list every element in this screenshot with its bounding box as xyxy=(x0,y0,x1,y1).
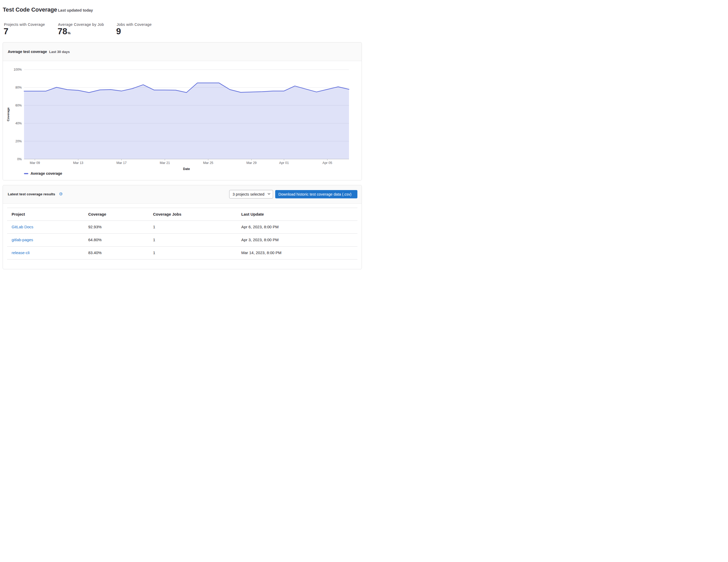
svg-text:40%: 40% xyxy=(15,121,22,125)
svg-text:Jobs with Coverage: Jobs with Coverage xyxy=(117,22,152,27)
svg-text:Apr 01: Apr 01 xyxy=(279,161,289,165)
svg-text:1: 1 xyxy=(153,250,155,255)
svg-text:80%: 80% xyxy=(15,86,22,89)
svg-text:Test Code Coverage: Test Code Coverage xyxy=(3,7,57,13)
svg-text:Project: Project xyxy=(12,212,25,216)
svg-text:3 projects selected: 3 projects selected xyxy=(233,192,264,196)
svg-text:64.80%: 64.80% xyxy=(88,237,102,242)
svg-text:60%: 60% xyxy=(15,104,22,107)
svg-text:Apr 3, 2023, 8:00 PM: Apr 3, 2023, 8:00 PM xyxy=(241,237,279,242)
svg-text:Mar 21: Mar 21 xyxy=(160,161,170,165)
svg-text:Mar 25: Mar 25 xyxy=(203,161,213,165)
svg-text:Last Update: Last Update xyxy=(241,212,264,216)
svg-text:GitLab Docs: GitLab Docs xyxy=(12,224,33,229)
svg-text:Latest test coverage results: Latest test coverage results xyxy=(8,192,55,196)
svg-text:0%: 0% xyxy=(17,157,22,161)
svg-text:?: ? xyxy=(60,193,61,195)
svg-text:Mar 09: Mar 09 xyxy=(30,161,40,165)
svg-text:Date: Date xyxy=(183,167,190,171)
svg-text:Coverage: Coverage xyxy=(7,107,10,121)
svg-text:Average test coverage: Average test coverage xyxy=(8,50,47,54)
svg-text:83.40%: 83.40% xyxy=(88,250,102,255)
svg-text:Download historic test coverag: Download historic test coverage data (.c… xyxy=(278,192,351,196)
svg-text:Mar 14, 2023, 8:00 PM: Mar 14, 2023, 8:00 PM xyxy=(241,250,282,255)
svg-text:Mar 13: Mar 13 xyxy=(73,161,83,165)
svg-text:100%: 100% xyxy=(14,68,22,71)
svg-text:1: 1 xyxy=(153,237,155,242)
svg-text:gitlab-pages: gitlab-pages xyxy=(12,237,33,242)
svg-text:92.93%: 92.93% xyxy=(88,224,102,229)
svg-text:Mar 17: Mar 17 xyxy=(116,161,127,165)
svg-text:Last updated today: Last updated today xyxy=(58,8,93,12)
svg-text:%: % xyxy=(68,31,71,35)
svg-text:9: 9 xyxy=(116,26,121,36)
svg-text:Mar 29: Mar 29 xyxy=(246,161,257,165)
svg-text:78: 78 xyxy=(58,26,67,36)
svg-text:20%: 20% xyxy=(15,139,22,143)
svg-text:release-cli: release-cli xyxy=(12,250,29,255)
svg-text:Coverage Jobs: Coverage Jobs xyxy=(153,212,181,216)
svg-text:Coverage: Coverage xyxy=(88,212,106,216)
svg-text:7: 7 xyxy=(3,26,8,36)
svg-text:Average coverage: Average coverage xyxy=(31,171,62,175)
svg-text:Last 30 days: Last 30 days xyxy=(49,50,70,54)
svg-text:1: 1 xyxy=(153,224,155,229)
svg-text:Projects with Coverage: Projects with Coverage xyxy=(4,22,45,27)
svg-text:Apr 6, 2023, 8:00 PM: Apr 6, 2023, 8:00 PM xyxy=(241,224,279,229)
svg-text:Apr 05: Apr 05 xyxy=(322,161,332,165)
